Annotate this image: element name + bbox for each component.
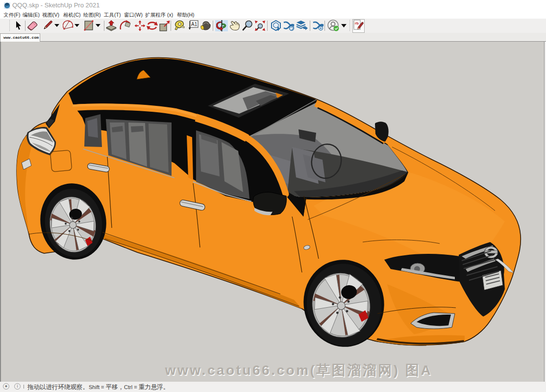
svg-text:rb: rb xyxy=(355,21,359,25)
svg-text:A1: A1 xyxy=(191,22,198,27)
